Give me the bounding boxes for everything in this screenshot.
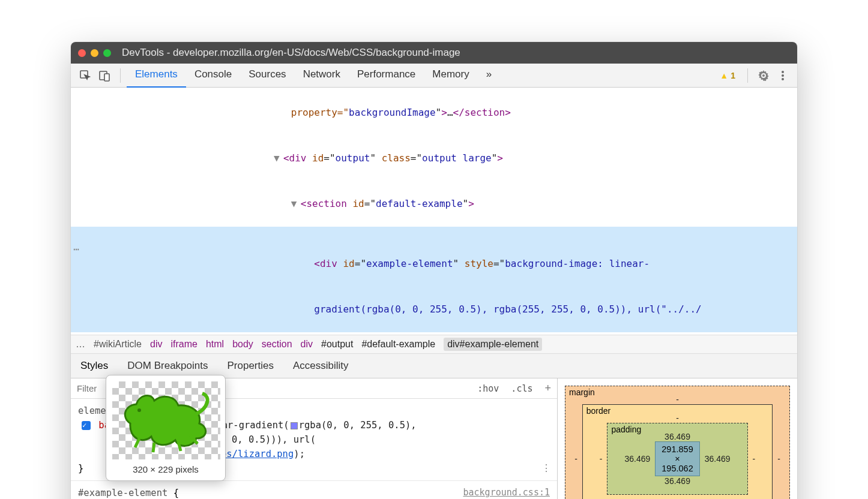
box-model[interactable]: margin - - border - - padding 36.469 [565, 386, 790, 499]
dom-tree[interactable]: property="backgroundImage">…</section> ▼… [71, 88, 797, 335]
crumb-selected[interactable]: div#example-element [444, 338, 542, 351]
crumb-more[interactable]: … [76, 339, 85, 350]
minimize-window-icon[interactable] [91, 49, 98, 57]
cls-toggle[interactable]: .cls [505, 380, 538, 398]
tab-console[interactable]: Console [186, 62, 240, 88]
dom-line[interactable]: ▼<div id="output" class="output large"> [71, 136, 797, 181]
crumb[interactable]: div [150, 339, 162, 350]
css-rule-example-element[interactable]: background.css:1 #example-element { min-… [71, 481, 557, 499]
divider [120, 68, 121, 83]
titlebar: DevTools - developer.mozilla.org/en-US/d… [71, 42, 797, 64]
close-window-icon[interactable] [78, 49, 86, 57]
tab-network[interactable]: Network [295, 62, 349, 88]
crumb[interactable]: div [301, 339, 313, 350]
window-title: DevTools - developer.mozilla.org/en-US/d… [122, 47, 460, 59]
box-model-content: 291.859 × 195.062 [655, 441, 699, 476]
dom-line-selected[interactable]: gradient(rgba(0, 0, 255, 0.5), rgba(255,… [71, 287, 797, 332]
tab-performance[interactable]: Performance [349, 62, 424, 88]
rule-menu-icon[interactable]: ⋮ [541, 461, 550, 476]
svg-rect-2 [104, 74, 109, 81]
svg-point-4 [782, 74, 784, 77]
warning-icon: ▲ [720, 71, 728, 80]
styles-rules: :hov .cls + 320 × 229 pixels ele [71, 378, 557, 499]
image-dimensions: 320 × 229 pixels [112, 464, 219, 474]
crumb[interactable]: #default-example [361, 339, 435, 350]
hov-toggle[interactable]: :hov [471, 380, 505, 398]
image-preview [112, 381, 220, 459]
dom-line[interactable]: property="backgroundImage">…</section> [71, 90, 797, 136]
dom-line[interactable]: ▼<section id="default-example"> [71, 181, 797, 227]
ellipsis-icon[interactable]: ⋯ [73, 242, 79, 257]
warning-count: 1 [731, 71, 735, 80]
window-controls [78, 49, 111, 57]
image-preview-tooltip: 320 × 229 pixels [106, 375, 226, 481]
crumb[interactable]: #output [321, 339, 353, 350]
svg-point-6 [137, 408, 141, 412]
panel-tabs: Elements Console Sources Network Perform… [127, 62, 714, 88]
subtab-accessibility[interactable]: Accessibility [283, 354, 358, 378]
subtab-styles[interactable]: Styles [71, 354, 118, 378]
maximize-window-icon[interactable] [103, 49, 111, 57]
inspect-element-icon[interactable] [77, 67, 94, 84]
tab-memory[interactable]: Memory [424, 62, 477, 88]
warnings-badge[interactable]: ▲ 1 [720, 71, 735, 80]
dom-breadcrumb[interactable]: … #wikiArticle div iframe html body sect… [71, 335, 797, 354]
styles-pane: :hov .cls + 320 × 229 pixels ele [71, 378, 797, 499]
settings-icon[interactable] [755, 67, 772, 84]
crumb[interactable]: html [206, 339, 224, 350]
crumb[interactable]: #wikiArticle [94, 339, 142, 350]
more-menu-icon[interactable] [774, 67, 791, 84]
property-toggle-checkbox[interactable] [82, 421, 91, 430]
device-toolbar-icon[interactable] [96, 67, 113, 84]
crumb[interactable]: iframe [170, 339, 197, 350]
tab-sources[interactable]: Sources [240, 62, 294, 88]
tab-elements[interactable]: Elements [127, 62, 186, 88]
subtab-properties[interactable]: Properties [217, 354, 283, 378]
color-swatch-icon[interactable] [291, 422, 298, 429]
devtools-window: DevTools - developer.mozilla.org/en-US/d… [71, 42, 797, 499]
tabs-overflow[interactable]: » [478, 62, 500, 88]
box-model-pane: margin - - border - - padding 36.469 [557, 378, 797, 499]
svg-point-5 [782, 78, 784, 80]
lizard-icon [118, 387, 214, 453]
source-link[interactable]: background.css:1 [463, 486, 550, 499]
crumb[interactable]: section [262, 339, 292, 350]
dom-line-selected[interactable]: ⋯ <div id="example-element" style="backg… [71, 227, 797, 287]
crumb[interactable]: body [232, 339, 253, 350]
svg-point-3 [782, 71, 784, 73]
main-toolbar: Elements Console Sources Network Perform… [71, 64, 797, 88]
divider [747, 68, 748, 83]
subtab-dom-breakpoints[interactable]: DOM Breakpoints [118, 354, 217, 378]
new-rule-icon[interactable]: + [538, 382, 557, 395]
